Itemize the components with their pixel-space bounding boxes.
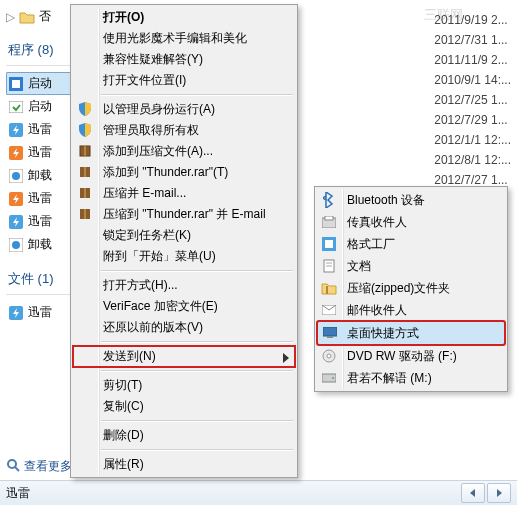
- item-label: 启动: [28, 98, 52, 115]
- nav-forward-button[interactable]: [487, 483, 511, 503]
- sendto-drive-m[interactable]: 君若不解语 (M:): [317, 367, 505, 389]
- app-icon: [8, 76, 24, 92]
- desktop-icon: [322, 325, 338, 341]
- sendto-fax[interactable]: 传真收件人: [317, 211, 505, 233]
- archive-icon: [77, 185, 93, 201]
- menu-separator: [101, 341, 293, 343]
- sendto-bluetooth[interactable]: Bluetooth 设备: [317, 189, 505, 211]
- tree-expand-icon[interactable]: ▷: [6, 10, 15, 24]
- sendto-documents[interactable]: 文档: [317, 255, 505, 277]
- menu-pin-taskbar[interactable]: 锁定到任务栏(K): [73, 225, 295, 246]
- svg-rect-26: [325, 240, 333, 248]
- thunder-icon: [8, 305, 24, 321]
- item-label: 迅雷: [28, 304, 52, 321]
- date-cell: 2012/7/25 1...: [434, 90, 511, 110]
- menu-label: 压缩到 "Thunder.rar" 并 E-mail: [103, 206, 266, 223]
- thunder-icon: [8, 145, 24, 161]
- submenu-arrow-icon: [283, 352, 289, 366]
- app-icon: [8, 99, 24, 115]
- menu-zip-email[interactable]: 压缩并 E-mail...: [73, 183, 295, 204]
- menu-zip-thunder-email[interactable]: 压缩到 "Thunder.rar" 并 E-mail: [73, 204, 295, 225]
- sendto-dvd-drive[interactable]: DVD RW 驱动器 (F:): [317, 345, 505, 367]
- menu-compat[interactable]: 兼容性疑难解答(Y): [73, 49, 295, 70]
- shield-icon: [77, 101, 93, 117]
- svg-rect-1: [12, 80, 20, 88]
- svg-rect-24: [325, 216, 333, 220]
- menu-delete[interactable]: 删除(D): [73, 425, 295, 446]
- menu-cut[interactable]: 剪切(T): [73, 375, 295, 396]
- item-label: 启动: [28, 75, 52, 92]
- menu-runas-admin[interactable]: 以管理员身份运行(A): [73, 99, 295, 120]
- mail-icon: [321, 302, 337, 318]
- menu-label: 传真收件人: [347, 214, 407, 231]
- menu-open[interactable]: 打开(O): [73, 7, 295, 28]
- sendto-format-factory[interactable]: 格式工厂: [317, 233, 505, 255]
- folder-label: 否: [39, 8, 51, 25]
- menu-restore-versions[interactable]: 还原以前的版本(V): [73, 317, 295, 338]
- drive-icon: [321, 370, 337, 386]
- svg-point-37: [332, 377, 334, 379]
- menu-label: 压缩(zipped)文件夹: [347, 280, 450, 297]
- menu-label: 属性(R): [103, 456, 144, 473]
- svg-point-10: [12, 241, 20, 249]
- menu-copy[interactable]: 复制(C): [73, 396, 295, 417]
- uninstall-icon: [8, 237, 24, 253]
- menu-veriface[interactable]: VeriFace 加密文件(E): [73, 296, 295, 317]
- archive-icon: [77, 164, 93, 180]
- sendto-desktop-shortcut[interactable]: 桌面快捷方式: [317, 321, 505, 345]
- menu-label: 添加到压缩文件(A)...: [103, 143, 213, 160]
- menu-pin-start[interactable]: 附到「开始」菜单(U): [73, 246, 295, 267]
- folder-icon: [19, 9, 35, 25]
- sendto-compressed-folder[interactable]: 压缩(zipped)文件夹: [317, 277, 505, 299]
- thunder-icon: [8, 214, 24, 230]
- menu-label: 打开(O): [103, 9, 144, 26]
- search-icon: [6, 458, 20, 475]
- shield-icon: [77, 122, 93, 138]
- menu-send-to[interactable]: 发送到(N): [73, 346, 295, 367]
- menu-label: 锁定到任务栏(K): [103, 227, 191, 244]
- svg-point-35: [327, 354, 331, 358]
- menu-add-thunder-rar[interactable]: 添加到 "Thunder.rar"(T): [73, 162, 295, 183]
- menu-label: 管理员取得所有权: [103, 122, 199, 139]
- search-more-label: 查看更多: [24, 458, 72, 475]
- sendto-submenu: Bluetooth 设备 传真收件人 格式工厂 文档 压缩(zipped)文件夹…: [314, 186, 508, 392]
- menu-label: 兼容性疑难解答(Y): [103, 51, 203, 68]
- sendto-mail[interactable]: 邮件收件人: [317, 299, 505, 321]
- fax-icon: [321, 214, 337, 230]
- menu-open-with[interactable]: 打开方式(H)...: [73, 275, 295, 296]
- menu-label: VeriFace 加密文件(E): [103, 298, 218, 315]
- thunder-icon: [8, 122, 24, 138]
- svg-point-6: [12, 172, 20, 180]
- search-more-link[interactable]: 查看更多: [6, 458, 72, 475]
- menu-label: 桌面快捷方式: [347, 325, 419, 342]
- menu-label: 以管理员身份运行(A): [103, 101, 215, 118]
- menu-label: Bluetooth 设备: [347, 192, 425, 209]
- format-factory-icon: [321, 236, 337, 252]
- archive-icon: [77, 143, 93, 159]
- svg-point-12: [8, 460, 16, 468]
- svg-rect-33: [327, 336, 333, 338]
- menu-take-ownership[interactable]: 管理员取得所有权: [73, 120, 295, 141]
- menu-beautify[interactable]: 使用光影魔术手编辑和美化: [73, 28, 295, 49]
- date-cell: 2012/1/1 12:...: [434, 130, 511, 150]
- svg-rect-32: [323, 327, 337, 336]
- menu-properties[interactable]: 属性(R): [73, 454, 295, 475]
- menu-add-archive[interactable]: 添加到压缩文件(A)...: [73, 141, 295, 162]
- item-label: 迅雷: [28, 190, 52, 207]
- item-label: 迅雷: [28, 144, 52, 161]
- menu-label: 君若不解语 (M:): [347, 370, 432, 387]
- menu-label: 剪切(T): [103, 377, 142, 394]
- menu-separator: [101, 270, 293, 272]
- date-cell: 2012/7/29 1...: [434, 110, 511, 130]
- menu-label: 打开文件位置(I): [103, 72, 186, 89]
- item-label: 卸载: [28, 236, 52, 253]
- documents-icon: [321, 258, 337, 274]
- context-menu: 打开(O) 使用光影魔术手编辑和美化 兼容性疑难解答(Y) 打开文件位置(I) …: [70, 4, 298, 478]
- menu-label: 邮件收件人: [347, 302, 407, 319]
- dvd-icon: [321, 348, 337, 364]
- nav-back-button[interactable]: [461, 483, 485, 503]
- menu-label: 打开方式(H)...: [103, 277, 178, 294]
- svg-line-13: [15, 467, 19, 471]
- menu-open-location[interactable]: 打开文件位置(I): [73, 70, 295, 91]
- date-cell: 2012/7/31 1...: [434, 30, 511, 50]
